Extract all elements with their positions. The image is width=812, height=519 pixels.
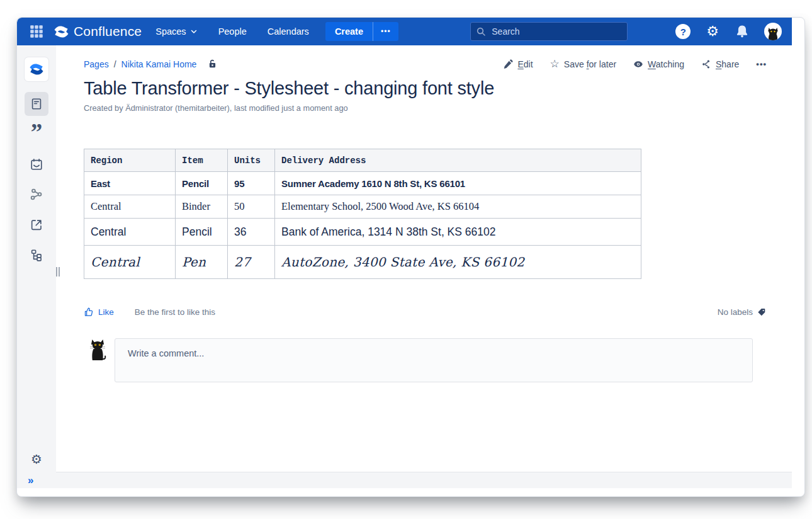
nav-item-people[interactable]: People <box>218 26 247 37</box>
app-window: Confluence Spaces People Calendars Creat… <box>16 17 805 497</box>
column-header-address: Delivery Address <box>275 149 641 172</box>
edit-label: E <box>517 59 523 69</box>
page-content: Pages / Nikita Kamai Home <box>56 45 792 472</box>
search-container <box>470 22 628 41</box>
watching-label: W <box>648 59 656 69</box>
edit-label: dit <box>524 59 533 69</box>
column-header-region: Region <box>84 149 176 172</box>
sidebar-item-external-link[interactable] <box>25 213 48 237</box>
search-input[interactable] <box>470 22 628 41</box>
blog-quotes-icon: ” <box>31 128 43 140</box>
column-header-units: Units <box>228 149 275 172</box>
user-avatar[interactable] <box>764 23 782 40</box>
pages-icon <box>30 97 43 111</box>
cell-address: Elementary School, 2500 Wood Ave, KS 661… <box>275 195 641 219</box>
table-row: Central Pencil 36 Bank of America, 1314 … <box>84 219 641 246</box>
table-row: Central Binder 50 Elementary School, 250… <box>84 195 641 219</box>
cell-units: 50 <box>228 195 275 219</box>
breadcrumb-link-pages[interactable]: Pages <box>84 59 109 69</box>
eye-icon <box>633 59 643 69</box>
breadcrumb-separator: / <box>114 59 116 69</box>
nav-item-spaces[interactable]: Spaces <box>155 26 197 37</box>
labels-button[interactable]: No labels <box>718 307 767 317</box>
like-hint-text: Be the first to like this <box>135 307 215 317</box>
space-settings-gear-icon[interactable]: ⚙ <box>17 452 56 467</box>
space-sidebar: ” <box>17 45 56 488</box>
share-icon <box>701 59 711 69</box>
cell-region: Central <box>84 246 176 279</box>
page-byline: Created by Ädministrator (themitarbeiter… <box>84 103 767 113</box>
sidebar-item-pages[interactable] <box>25 92 48 116</box>
nav-menu: Spaces People Calendars <box>155 26 309 37</box>
sidebar-item-calendars[interactable] <box>25 152 48 176</box>
unlocked-restrictions-icon[interactable] <box>207 59 218 69</box>
cell-units: 27 <box>228 246 275 279</box>
commenter-cat-avatar <box>88 338 107 362</box>
nav-icon-group: ? ⚙ <box>675 23 782 40</box>
cell-address: AutoZone, 3400 State Ave, KS 66102 <box>275 246 641 279</box>
share-label: hare <box>721 59 739 69</box>
save-label: Save <box>564 59 587 69</box>
thumbs-up-icon <box>84 307 94 317</box>
cell-address: Bank of America, 1314 N 38th St, KS 6610… <box>275 219 641 246</box>
breadcrumb: Pages / Nikita Kamai Home <box>84 59 218 69</box>
more-actions-button[interactable]: ••• <box>756 59 767 69</box>
share-button[interactable]: Share <box>701 59 739 69</box>
top-navigation: Confluence Spaces People Calendars Creat… <box>17 18 792 45</box>
share-label: S <box>716 59 721 69</box>
app-grid-icon <box>28 23 45 40</box>
space-logo[interactable] <box>25 57 48 81</box>
sidebar-resize-handle[interactable] <box>56 267 60 277</box>
breadcrumb-link-space-home[interactable]: Nikita Kamai Home <box>121 59 197 69</box>
sidebar-item-space-shortcuts[interactable] <box>25 183 48 207</box>
cell-item: Pen <box>176 246 228 279</box>
confluence-mark-icon <box>53 23 70 40</box>
calendar-icon <box>30 157 43 171</box>
cat-avatar-image <box>765 25 781 40</box>
table-row: Central Pen 27 AutoZone, 3400 State Ave,… <box>84 246 641 279</box>
notifications-bell-icon[interactable] <box>735 24 750 39</box>
expand-sidebar-chevrons[interactable]: » <box>28 474 33 487</box>
cell-item: Pencil <box>176 172 228 195</box>
comment-input[interactable]: Write a comment... <box>115 338 753 382</box>
labels-text: No labels <box>718 307 753 317</box>
admin-gear-icon[interactable]: ⚙ <box>706 25 719 38</box>
save-label: or later <box>589 59 617 69</box>
star-icon: ☆ <box>550 59 560 69</box>
sidebar-item-page-tree[interactable] <box>25 243 48 267</box>
help-icon[interactable]: ? <box>675 24 691 39</box>
nav-item-label: Calendars <box>268 26 309 37</box>
cell-region: East <box>84 172 176 195</box>
create-more-button[interactable]: ••• <box>373 22 398 41</box>
linked-nodes-icon <box>30 188 43 202</box>
watching-label: atching <box>656 59 684 69</box>
table-row: East Pencil 95 Sumner Academy 1610 N 8th… <box>84 172 641 195</box>
product-name: Confluence <box>74 24 142 39</box>
watching-button[interactable]: Watching <box>633 59 684 69</box>
create-button[interactable]: Create <box>325 22 373 41</box>
page-actions: Edit ☆ Save for later Watching <box>503 59 767 69</box>
cell-units: 36 <box>228 219 275 246</box>
external-link-icon <box>30 218 43 232</box>
save-for-later-button[interactable]: ☆ Save for later <box>550 59 617 69</box>
column-header-item: Item <box>176 149 228 172</box>
page-title: Table Transformer - Stylesheet - changin… <box>84 78 767 99</box>
confluence-logo[interactable]: Confluence <box>53 23 142 40</box>
cell-item: Pencil <box>176 219 228 246</box>
cell-item: Binder <box>176 195 228 219</box>
cell-region: Central <box>84 195 176 219</box>
table-header-row: Region Item Units Delivery Address <box>84 149 641 172</box>
cell-address: Sumner Academy 1610 N 8th St, KS 66101 <box>275 172 641 195</box>
nav-item-calendars[interactable]: Calendars <box>268 26 309 37</box>
sidebar-item-blog[interactable]: ” <box>25 122 48 146</box>
like-button[interactable]: Like <box>84 307 114 317</box>
confluence-space-icon <box>28 61 45 77</box>
nav-item-label: People <box>218 26 247 37</box>
chevron-down-icon <box>190 28 198 35</box>
app-switcher-button[interactable] <box>28 23 45 40</box>
nav-item-label: Spaces <box>155 26 186 37</box>
edit-button[interactable]: Edit <box>503 59 533 69</box>
content-table: Region Item Units Delivery Address East … <box>84 149 641 279</box>
tag-icon <box>757 307 767 317</box>
search-icon <box>476 26 486 37</box>
